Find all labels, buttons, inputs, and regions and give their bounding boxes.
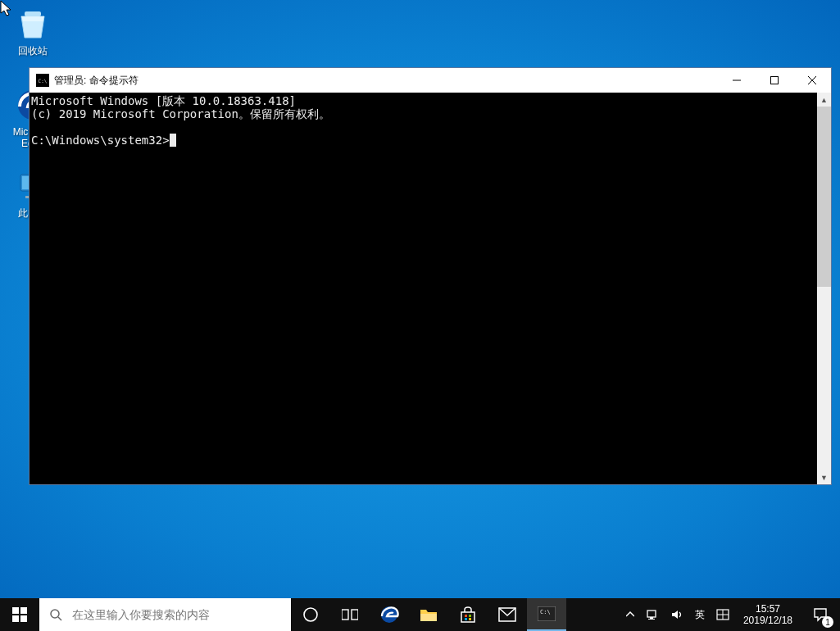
- svg-rect-28: [647, 611, 656, 617]
- maximize-button[interactable]: [756, 68, 793, 93]
- tray-show-hidden-button[interactable]: [620, 598, 640, 631]
- svg-rect-12: [12, 615, 19, 622]
- folder-icon: [420, 606, 438, 623]
- terminal-line: (c) 2019 Microsoft Corporation。保留所有权利。: [31, 107, 330, 120]
- svg-rect-20: [420, 614, 437, 621]
- minimize-button[interactable]: [718, 68, 756, 93]
- system-tray: 英 15:57 2019/12/18 1: [620, 598, 840, 631]
- desktop-icon-label: 回收站: [18, 44, 48, 58]
- svg-rect-0: [25, 11, 41, 16]
- svg-rect-22: [469, 615, 471, 617]
- terminal-prompt: C:\Windows\system32>: [31, 134, 170, 147]
- svg-point-16: [304, 608, 317, 621]
- titlebar[interactable]: 管理员: 命令提示符: [30, 68, 831, 93]
- search-icon: [39, 608, 72, 621]
- svg-rect-30: [648, 619, 655, 620]
- svg-rect-29: [650, 617, 653, 619]
- tray-ime-mode-button[interactable]: [711, 598, 735, 631]
- window-title: 管理员: 命令提示符: [54, 74, 138, 88]
- volume-icon: [670, 608, 683, 621]
- action-center-button[interactable]: 1: [801, 598, 840, 631]
- svg-rect-23: [465, 618, 467, 620]
- chevron-up-icon: [626, 611, 634, 619]
- windows-logo-icon: [12, 607, 27, 622]
- svg-rect-13: [20, 615, 27, 622]
- task-view-icon: [342, 608, 358, 621]
- task-view-button[interactable]: [330, 598, 370, 631]
- search-input[interactable]: [72, 598, 291, 631]
- notification-badge: 1: [822, 616, 833, 628]
- svg-point-14: [51, 610, 59, 618]
- taskbar-app-store[interactable]: [448, 598, 488, 631]
- scroll-down-button[interactable]: ▼: [817, 470, 831, 484]
- clock-time: 15:57: [756, 603, 780, 615]
- svg-rect-21: [465, 615, 467, 617]
- desktop[interactable]: 回收站 Microsoft Edge 此电脑 管理员: 命令提示符: [0, 0, 840, 631]
- tray-clock[interactable]: 15:57 2019/12/18: [735, 598, 801, 631]
- tray-volume-button[interactable]: [665, 598, 689, 631]
- taskbar-app-edge[interactable]: [370, 598, 409, 631]
- scroll-up-button[interactable]: ▲: [817, 93, 831, 107]
- taskbar-app-cmd[interactable]: C:\: [527, 598, 566, 631]
- ime-indicator: 英: [695, 610, 705, 620]
- close-button[interactable]: [793, 68, 831, 93]
- svg-rect-10: [12, 607, 19, 614]
- taskbar-search[interactable]: [39, 598, 291, 631]
- edge-icon: [379, 605, 399, 624]
- cmd-icon: [36, 74, 49, 87]
- cmd-window[interactable]: 管理员: 命令提示符 Microsoft Windows [版本 10.0.18…: [29, 67, 832, 485]
- recycle-bin-icon: [13, 3, 52, 43]
- ime-mode-icon: [716, 608, 729, 621]
- scroll-thumb[interactable]: [817, 107, 831, 287]
- svg-rect-17: [342, 610, 348, 620]
- cortana-button[interactable]: [291, 598, 330, 631]
- svg-line-15: [58, 617, 61, 620]
- clock-date: 2019/12/18: [743, 615, 792, 626]
- taskbar-app-mail[interactable]: [488, 598, 527, 631]
- scrollbar[interactable]: ▲ ▼: [817, 93, 831, 484]
- terminal-caret: _: [170, 134, 176, 147]
- desktop-icon-recycle-bin[interactable]: 回收站: [2, 0, 64, 58]
- terminal-line: Microsoft Windows [版本 10.0.18363.418]: [31, 94, 296, 107]
- mail-icon: [498, 607, 516, 622]
- cmd-icon: C:\: [538, 606, 556, 621]
- svg-rect-24: [469, 618, 471, 620]
- svg-rect-11: [20, 607, 27, 614]
- cortana-icon: [302, 606, 319, 623]
- svg-rect-18: [352, 610, 358, 620]
- tray-network-button[interactable]: [640, 598, 665, 631]
- terminal-output[interactable]: Microsoft Windows [版本 10.0.18363.418] (c…: [30, 93, 817, 484]
- taskbar: C:\ 英 15:57 2019/12/18: [0, 598, 840, 631]
- store-icon: [459, 606, 477, 624]
- taskbar-app-explorer[interactable]: [409, 598, 448, 631]
- svg-rect-7: [771, 77, 779, 84]
- network-icon: [646, 608, 659, 621]
- start-button[interactable]: [0, 598, 39, 631]
- svg-text:C:\: C:\: [540, 609, 551, 615]
- tray-ime-button[interactable]: 英: [689, 598, 711, 631]
